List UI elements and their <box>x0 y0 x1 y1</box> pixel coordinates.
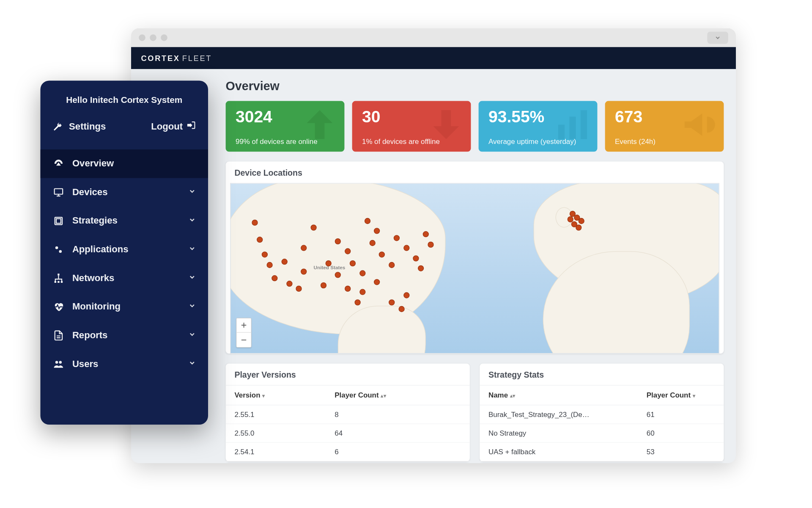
chevron-down-icon <box>188 215 196 226</box>
sidebar-item-applications[interactable]: Applications <box>41 235 208 264</box>
map-device-marker[interactable] <box>359 289 365 295</box>
close-window-icon[interactable] <box>139 34 145 41</box>
map-zoom-in-button[interactable]: + <box>237 318 251 333</box>
map-device-marker[interactable] <box>359 271 365 276</box>
svg-rect-1 <box>569 117 576 139</box>
stat-cards-row: 3024 99% of devices are online 30 1% of … <box>226 101 724 152</box>
map-device-marker[interactable] <box>374 279 380 285</box>
map-device-marker[interactable] <box>252 220 258 226</box>
map-device-marker[interactable] <box>266 262 272 268</box>
map-device-marker[interactable] <box>257 237 263 243</box>
map-device-marker[interactable] <box>398 306 404 312</box>
map-device-marker[interactable] <box>350 260 356 266</box>
map-device-marker[interactable] <box>262 252 268 258</box>
cell-count: 64 <box>326 424 470 442</box>
card-events[interactable]: 673 Events (24h) <box>605 101 724 152</box>
col-player-count[interactable]: Player Count ▾ <box>638 385 724 405</box>
sort-desc-icon: ▾ <box>693 393 696 399</box>
table-row[interactable]: No Strategy60 <box>480 424 724 442</box>
map-device-marker[interactable] <box>301 269 307 275</box>
map-device-marker[interactable] <box>272 276 277 282</box>
collapse-button[interactable] <box>707 32 728 44</box>
map-device-marker[interactable] <box>335 272 341 278</box>
map-device-marker[interactable] <box>296 286 302 292</box>
map-device-marker[interactable] <box>413 255 419 261</box>
sidebar-item-monitoring[interactable]: Monitoring <box>41 293 208 321</box>
sidebar-item-reports[interactable]: Reports <box>41 321 208 350</box>
card-devices-online[interactable]: 3024 99% of devices are online <box>226 101 345 152</box>
minimize-window-icon[interactable] <box>150 34 156 41</box>
map-device-marker[interactable] <box>428 242 433 248</box>
col-player-count[interactable]: Player Count ▴▾ <box>326 385 470 405</box>
map-device-marker[interactable] <box>301 245 307 251</box>
table-row[interactable]: 2.55.064 <box>226 424 470 442</box>
map-device-marker[interactable] <box>403 293 409 298</box>
table-row[interactable]: 2.55.18 <box>226 405 470 424</box>
sidebar-item-overview[interactable]: Overview <box>41 149 208 178</box>
map-canvas[interactable]: United States + − <box>230 183 719 353</box>
map-device-marker[interactable] <box>345 286 351 292</box>
chevron-down-icon <box>188 330 196 341</box>
browser-window: CORTEX FLEET Overview 3024 99% of device… <box>131 28 736 463</box>
svg-point-8 <box>55 246 58 249</box>
sidebar-item-label: Strategies <box>72 215 118 226</box>
traffic-lights <box>139 34 167 41</box>
map-device-marker[interactable] <box>310 225 316 231</box>
sort-desc-icon: ▾ <box>262 393 265 399</box>
chevron-down-icon <box>714 34 721 41</box>
sidebar-settings-link[interactable]: Settings <box>52 121 106 132</box>
map-device-marker[interactable] <box>374 228 380 234</box>
megaphone-icon <box>680 105 718 146</box>
svg-point-16 <box>55 361 58 364</box>
sidebar-item-strategies[interactable]: Strategies <box>41 207 208 235</box>
brand-bold: CORTEX <box>141 54 180 63</box>
app-top-bar: CORTEX FLEET <box>131 47 736 69</box>
logout-icon <box>186 120 196 133</box>
map-device-marker[interactable] <box>325 260 331 266</box>
map-device-marker[interactable] <box>423 232 429 237</box>
card-uptime[interactable]: 93.55% Average uptime (yesterday) <box>479 101 598 152</box>
map-device-marker[interactable] <box>281 259 287 265</box>
map-device-marker[interactable] <box>403 245 409 251</box>
map-device-marker[interactable] <box>389 299 395 305</box>
map-device-marker[interactable] <box>364 218 370 224</box>
map-device-marker[interactable] <box>354 299 360 305</box>
file-icon <box>52 330 65 341</box>
strategy-stats-panel: Strategy Stats Name ▴▾ Player Count ▾ Bu… <box>480 364 724 461</box>
table-row[interactable]: UAS + fallback53 <box>480 442 724 461</box>
map-device-marker[interactable] <box>379 252 385 258</box>
card-devices-offline[interactable]: 30 1% of devices are offline <box>352 101 471 152</box>
map-device-marker[interactable] <box>389 262 395 268</box>
zoom-window-icon[interactable] <box>161 34 167 41</box>
svg-rect-10 <box>58 273 59 275</box>
sidebar-item-networks[interactable]: Networks <box>41 264 208 293</box>
map-device-marker[interactable] <box>418 265 424 271</box>
sidebar-item-users[interactable]: Users <box>41 350 208 378</box>
main-content: Overview 3024 99% of devices are online … <box>131 69 736 463</box>
panel-title: Strategy Stats <box>480 364 724 385</box>
sidebar-logout-link[interactable]: Logout <box>151 120 196 133</box>
chevron-down-icon <box>188 244 196 255</box>
map-zoom-controls: + − <box>236 318 251 348</box>
map-device-marker[interactable] <box>286 281 292 287</box>
map-zoom-out-button[interactable]: − <box>237 333 251 347</box>
wrench-icon <box>52 121 63 131</box>
chevron-down-icon <box>188 187 196 198</box>
table-row[interactable]: 2.54.16 <box>226 442 470 461</box>
arrow-down-icon <box>427 105 465 146</box>
map-device-marker[interactable] <box>320 282 326 288</box>
map-device-marker[interactable] <box>369 240 375 246</box>
map-device-marker[interactable] <box>394 235 400 241</box>
map-device-marker[interactable] <box>578 218 584 224</box>
map-device-marker[interactable] <box>345 248 351 254</box>
table-row[interactable]: Burak_Test_Strategy_23_(Denver_App_&_UAS… <box>480 405 724 424</box>
map-device-marker[interactable] <box>576 225 582 231</box>
monitor-icon <box>52 187 65 198</box>
svg-rect-0 <box>558 125 565 139</box>
strategy-stats-table: Name ▴▾ Player Count ▾ Burak_Test_Strate… <box>480 385 724 461</box>
map-device-marker[interactable] <box>335 238 341 244</box>
sidebar-item-devices[interactable]: Devices <box>41 178 208 207</box>
map-device-marker[interactable] <box>568 216 573 222</box>
col-name[interactable]: Name ▴▾ <box>480 385 638 405</box>
col-version[interactable]: Version ▾ <box>226 385 326 405</box>
